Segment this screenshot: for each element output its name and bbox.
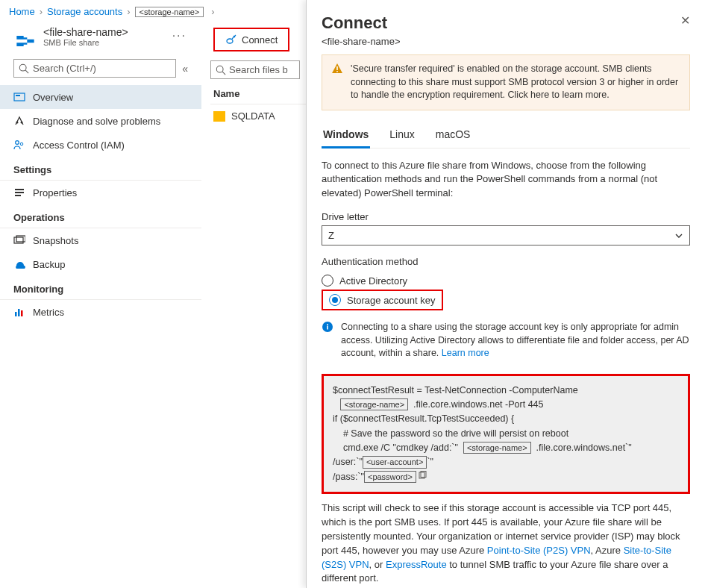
svg-rect-15: [21, 310, 23, 316]
connect-button-label: Connect: [242, 34, 278, 46]
chevron-right-icon: ›: [211, 6, 214, 17]
placeholder-storage-name: <storage-name>: [340, 398, 408, 410]
copy-icon[interactable]: [418, 470, 427, 484]
nav-diagnose[interactable]: Diagnose and solve problems: [0, 109, 201, 133]
panel-subtitle: <file-share-name>: [322, 36, 690, 47]
breadcrumb-storage-accounts[interactable]: Storage accounts: [47, 6, 122, 17]
svg-rect-13: [15, 312, 17, 316]
nav-access-label: Access Control (IAM): [33, 140, 125, 151]
svg-point-7: [20, 143, 23, 146]
nav-metrics-label: Metrics: [33, 307, 64, 318]
breadcrumb-storage-name: <storage-name>: [135, 7, 204, 17]
file-share-icon: [15, 31, 36, 51]
svg-rect-24: [327, 326, 328, 330]
info-text: Connecting to a share using the storage …: [341, 322, 689, 358]
tab-linux[interactable]: Linux: [388, 124, 416, 148]
svg-point-0: [19, 64, 26, 71]
auth-ad-label: Active Directory: [339, 275, 407, 287]
overview-icon: [13, 91, 25, 103]
diagnose-icon: [13, 115, 25, 127]
search-icon: [19, 63, 29, 74]
os-tabs: Windows Linux macOS: [322, 124, 690, 148]
nav-backup[interactable]: Backup: [0, 252, 201, 276]
nav-diagnose-label: Diagnose and solve problems: [33, 116, 160, 127]
tab-windows[interactable]: Windows: [322, 124, 370, 148]
svg-point-6: [16, 141, 19, 145]
properties-icon: [13, 187, 25, 198]
secure-transfer-warning[interactable]: 'Secure transfer required' is enabled on…: [322, 54, 690, 110]
backup-icon: [13, 258, 25, 270]
svg-rect-12: [16, 236, 25, 242]
p2s-vpn-link[interactable]: Point-to-Site (P2S) VPN: [487, 545, 591, 556]
chevron-down-icon: [674, 231, 683, 240]
files-row-name: SQLDATA: [231, 110, 275, 122]
nav-access-control[interactable]: Access Control (IAM): [0, 133, 201, 157]
warning-icon: [331, 63, 343, 75]
tab-macos[interactable]: macOS: [434, 124, 472, 148]
svg-rect-10: [15, 195, 21, 196]
svg-rect-3: [16, 95, 20, 96]
nav-metrics[interactable]: Metrics: [0, 300, 201, 324]
storage-key-info: Connecting to a share using the storage …: [322, 321, 690, 360]
nav-monitoring-header: Monitoring: [0, 276, 201, 300]
svg-rect-21: [336, 66, 338, 70]
powershell-script[interactable]: $connectTestResult = Test-NetConnection …: [322, 374, 690, 495]
expressroute-link[interactable]: ExpressRoute: [386, 559, 447, 570]
radio-icon: [329, 294, 341, 306]
svg-line-20: [222, 72, 225, 75]
svg-rect-8: [15, 189, 24, 190]
svg-rect-11: [14, 237, 23, 243]
nav-backup-label: Backup: [33, 259, 65, 270]
nav-properties[interactable]: Properties: [0, 181, 201, 204]
metrics-icon: [13, 306, 25, 318]
collapse-left-pane[interactable]: «: [182, 63, 188, 75]
svg-rect-2: [14, 93, 25, 101]
chevron-right-icon: ›: [40, 6, 43, 17]
auth-storage-key-radio[interactable]: Storage account key: [322, 290, 443, 310]
more-button[interactable]: ...: [172, 26, 187, 40]
warning-text: 'Secure transfer required' is enabled on…: [351, 63, 680, 102]
folder-icon: [213, 111, 225, 122]
svg-rect-25: [327, 324, 328, 325]
svg-rect-9: [15, 192, 24, 193]
snapshots-icon: [13, 234, 25, 246]
nav-properties-label: Properties: [33, 187, 77, 198]
learn-more-link[interactable]: Learn more: [442, 348, 489, 358]
nav-operations-header: Operations: [0, 204, 201, 228]
svg-point-16: [227, 39, 233, 43]
chevron-right-icon: ›: [127, 6, 130, 17]
svg-rect-14: [18, 309, 20, 316]
svg-point-4: [16, 122, 19, 124]
placeholder-user-account: <user-account>: [363, 456, 427, 468]
nav-snapshots-label: Snapshots: [33, 235, 78, 246]
page-title: <file-share-name>: [43, 26, 172, 38]
nav-overview[interactable]: Overview: [0, 85, 201, 109]
radio-icon: [322, 275, 333, 287]
search-icon: [216, 65, 226, 75]
svg-point-5: [21, 122, 23, 124]
page-subtitle: SMB File share: [43, 38, 172, 47]
auth-key-label: Storage account key: [347, 295, 436, 306]
auth-active-directory-radio[interactable]: Active Directory: [322, 272, 690, 290]
svg-point-19: [216, 66, 223, 72]
svg-rect-22: [336, 71, 338, 72]
breadcrumb-home[interactable]: Home: [9, 6, 35, 17]
intro-text: To connect to this Azure file share from…: [322, 159, 690, 201]
connect-panel: Connect ✕ <file-share-name> 'Secure tran…: [306, 0, 705, 588]
files-search-placeholder: Search files b: [229, 64, 288, 75]
drive-letter-select[interactable]: Z: [322, 225, 690, 245]
nav-settings-header: Settings: [0, 157, 201, 181]
connect-icon: [225, 34, 237, 46]
placeholder-password: <password>: [364, 471, 416, 483]
panel-title: Connect: [322, 13, 387, 33]
script-description: This script will check to see if this st…: [322, 501, 690, 586]
files-search-input[interactable]: Search files b: [210, 60, 300, 79]
resource-header: <file-share-name> SMB File share ...: [0, 23, 201, 59]
close-icon[interactable]: ✕: [680, 13, 690, 28]
placeholder-storage-name: <storage-name>: [463, 442, 531, 454]
connect-button[interactable]: Connect: [213, 28, 289, 51]
drive-letter-value: Z: [328, 230, 334, 241]
nav-snapshots[interactable]: Snapshots: [0, 228, 201, 252]
svg-line-1: [25, 70, 28, 73]
search-input[interactable]: Search (Ctrl+/): [13, 59, 176, 78]
